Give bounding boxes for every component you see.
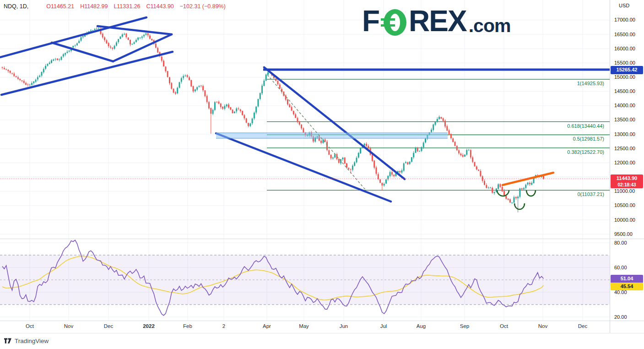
price-and-rsi-chart[interactable] — [0, 0, 644, 349]
resistance-price-badge: 15265.42 — [611, 66, 643, 74]
tradingview-label: TradingView — [15, 338, 49, 344]
axis-currency-label: USD — [619, 3, 629, 8]
ohlc-open: O11465.21 — [46, 3, 74, 10]
rsi-ma-value: 45.54 — [611, 283, 643, 290]
forex-logo: F REX .com — [362, 7, 510, 35]
tradingview-attribution[interactable]: TradingView — [4, 338, 49, 344]
tradingview-icon — [4, 338, 12, 344]
chart-canvas[interactable] — [0, 0, 644, 349]
ohlc-close: C11443.90 — [146, 3, 174, 10]
ohlc-change: −102.31 (−0.89%) — [180, 3, 226, 10]
bar-countdown: 02:18:43 — [611, 182, 643, 188]
last-price-badge: 11443.90 02:18:43 — [611, 174, 643, 188]
ohlc-high: H11482.99 — [80, 3, 108, 10]
last-price-value: 11443.90 — [611, 175, 643, 182]
symbol-legend[interactable]: NDQ, 1D, O11465.21 H11482.99 L11331.26 C… — [4, 3, 226, 10]
rsi-value-badge: 51.04 — [611, 275, 643, 283]
ohlc-low: L11331.26 — [114, 3, 140, 10]
trading-chart-window: 17000.0016500.0016000.0015500.0015000.00… — [0, 0, 644, 349]
rsi-value: 51.04 — [611, 275, 643, 283]
forex-logo-rex: REX — [409, 7, 466, 35]
resistance-price-value: 15265.42 — [611, 66, 643, 74]
forex-logo-f: F — [362, 7, 379, 35]
forex-coin-icon — [381, 9, 407, 36]
symbol-title: NDQ, 1D, — [4, 3, 28, 10]
forex-logo-com: .com — [469, 16, 511, 35]
rsi-ma-value-badge: 45.54 — [611, 283, 643, 290]
